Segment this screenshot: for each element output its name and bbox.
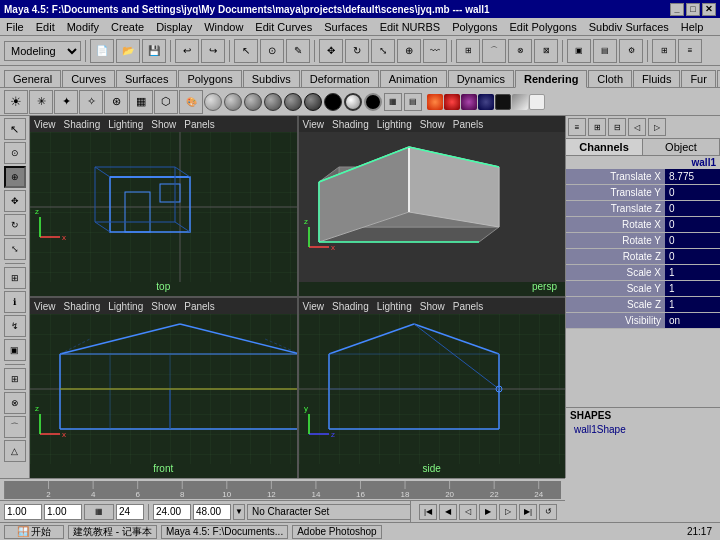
frame-start-input[interactable] — [4, 504, 42, 520]
history2-btn[interactable]: ↯ — [4, 315, 26, 337]
snap3-btn[interactable]: ⌒ — [4, 416, 26, 438]
menu-display[interactable]: Display — [150, 20, 198, 34]
minimize-button[interactable]: _ — [670, 3, 684, 16]
sphere-dark[interactable] — [364, 93, 382, 111]
menu-window[interactable]: Window — [198, 20, 249, 34]
go-start-btn[interactable]: |◀ — [419, 504, 437, 520]
ch-val-sx[interactable]: 1 — [665, 265, 720, 280]
select-btn[interactable]: ↖ — [234, 39, 258, 63]
ambient-btn[interactable]: ✳ — [29, 90, 53, 114]
vp-top-lighting[interactable]: Lighting — [108, 119, 143, 130]
sphere-5[interactable] — [284, 93, 302, 111]
vp-front-show[interactable]: Show — [151, 301, 176, 312]
channel-rotate-x[interactable]: Rotate X 0 — [566, 217, 720, 233]
maximize-button[interactable]: □ — [686, 3, 700, 16]
color-swatch-silver[interactable] — [512, 94, 528, 110]
sphere-1[interactable] — [204, 93, 222, 111]
tab-channels[interactable]: Channels — [566, 139, 643, 155]
tab-fur[interactable]: Fur — [681, 70, 716, 87]
redo-btn[interactable]: ↪ — [201, 39, 225, 63]
vp-top-view[interactable]: View — [34, 119, 56, 130]
channel-scale-x[interactable]: Scale X 1 — [566, 265, 720, 281]
vp-top-shading[interactable]: Shading — [64, 119, 101, 130]
menu-help[interactable]: Help — [675, 20, 710, 34]
vp-side-panels[interactable]: Panels — [453, 301, 484, 312]
tab-general[interactable]: General — [4, 70, 61, 87]
rotate-btn[interactable]: ↻ — [345, 39, 369, 63]
channel-scale-y[interactable]: Scale Y 1 — [566, 281, 720, 297]
menu-edit-curves[interactable]: Edit Curves — [249, 20, 318, 34]
channel-visibility[interactable]: Visibility on — [566, 313, 720, 329]
render-icon-2[interactable]: ▤ — [404, 93, 422, 111]
ch-val-rx[interactable]: 0 — [665, 217, 720, 232]
sphere-6[interactable] — [304, 93, 322, 111]
viewport-front[interactable]: View Shading Lighting Show Panels — [30, 298, 297, 478]
vp-side-show[interactable]: Show — [420, 301, 445, 312]
show-manip-btn[interactable]: ⊞ — [4, 267, 26, 289]
close-button[interactable]: ✕ — [702, 3, 716, 16]
lasso-btn[interactable]: ⊙ — [260, 39, 284, 63]
tab-surfaces[interactable]: Surfaces — [116, 70, 177, 87]
tab-dynamics[interactable]: Dynamics — [448, 70, 514, 87]
snap-grid-btn[interactable]: ⊞ — [456, 39, 480, 63]
rp-icon-5[interactable]: ▷ — [648, 118, 666, 136]
tab-animation[interactable]: Animation — [380, 70, 447, 87]
vp-front-lighting[interactable]: Lighting — [108, 301, 143, 312]
menu-modify[interactable]: Modify — [61, 20, 105, 34]
lasso-tool-btn[interactable]: ⊙ — [4, 142, 26, 164]
rp-icon-4[interactable]: ◁ — [628, 118, 646, 136]
options-btn[interactable]: ≡ — [678, 39, 702, 63]
step-fwd-btn[interactable]: ▷ — [499, 504, 517, 520]
range-end-input[interactable] — [193, 504, 231, 520]
channel-translate-z[interactable]: Translate Z 0 — [566, 201, 720, 217]
rotate-tool-btn[interactable]: ↻ — [4, 214, 26, 236]
color-swatch-orange[interactable] — [427, 94, 443, 110]
new-scene-btn[interactable]: 📄 — [90, 39, 114, 63]
channel-translate-x[interactable]: Translate X 8.775 — [566, 169, 720, 185]
vp-top-show[interactable]: Show — [151, 119, 176, 130]
vp-persp-view[interactable]: View — [303, 119, 325, 130]
go-end-btn[interactable]: ▶| — [519, 504, 537, 520]
frame-end-input[interactable] — [153, 504, 191, 520]
tab-curves[interactable]: Curves — [62, 70, 115, 87]
render-settings-btn[interactable]: ⚙ — [619, 39, 643, 63]
paint-btn[interactable]: 🎨 — [179, 90, 203, 114]
sphere-2[interactable] — [224, 93, 242, 111]
mode-dropdown[interactable]: Modeling Animation Rendering — [4, 41, 81, 61]
paint-select-btn[interactable]: ✎ — [286, 39, 310, 63]
info-btn[interactable]: ℹ — [4, 291, 26, 313]
frame-input-small[interactable]: ▦ — [84, 504, 114, 520]
snap-view-btn[interactable]: ⊠ — [534, 39, 558, 63]
sphere-7[interactable] — [324, 93, 342, 111]
menu-subdiv[interactable]: Subdiv Surfaces — [583, 20, 675, 34]
scale-tool-btn[interactable]: ⤡ — [4, 238, 26, 260]
sphere-outline[interactable] — [344, 93, 362, 111]
vp-top-panels[interactable]: Panels — [184, 119, 215, 130]
history-btn[interactable]: ⊞ — [652, 39, 676, 63]
snap-point-btn[interactable]: ⊗ — [508, 39, 532, 63]
notepad-btn[interactable]: 建筑教程 - 记事本 — [68, 525, 157, 539]
ch-val-ty[interactable]: 0 — [665, 185, 720, 200]
universal-manip-btn[interactable]: ⊕ — [397, 39, 421, 63]
vp-persp-shading[interactable]: Shading — [332, 119, 369, 130]
ch-val-vis[interactable]: on — [665, 313, 720, 328]
point-btn[interactable]: ✧ — [79, 90, 103, 114]
menu-edit-nurbs[interactable]: Edit NURBS — [374, 20, 447, 34]
channel-rotate-y[interactable]: Rotate Y 0 — [566, 233, 720, 249]
viewport-persp[interactable]: View Shading Lighting Show Panels — [299, 116, 566, 296]
play-fwd-btn[interactable]: ▶ — [479, 504, 497, 520]
frame-current-input[interactable] — [44, 504, 82, 520]
ch-val-ry[interactable]: 0 — [665, 233, 720, 248]
tab-subdivs[interactable]: Subdivs — [243, 70, 300, 87]
sphere-4[interactable] — [264, 93, 282, 111]
color-swatch-blue[interactable] — [478, 94, 494, 110]
vp-front-view[interactable]: View — [34, 301, 56, 312]
photoshop-btn[interactable]: Adobe Photoshop — [292, 525, 382, 539]
render2-btn[interactable]: ▣ — [4, 339, 26, 361]
vp-front-panels[interactable]: Panels — [184, 301, 215, 312]
select-tool-btn[interactable]: ↖ — [4, 118, 26, 140]
undo-btn[interactable]: ↩ — [175, 39, 199, 63]
open-btn[interactable]: 📂 — [116, 39, 140, 63]
rp-icon-1[interactable]: ≡ — [568, 118, 586, 136]
maya-btn[interactable]: Maya 4.5: F:\Documents... — [161, 525, 288, 539]
